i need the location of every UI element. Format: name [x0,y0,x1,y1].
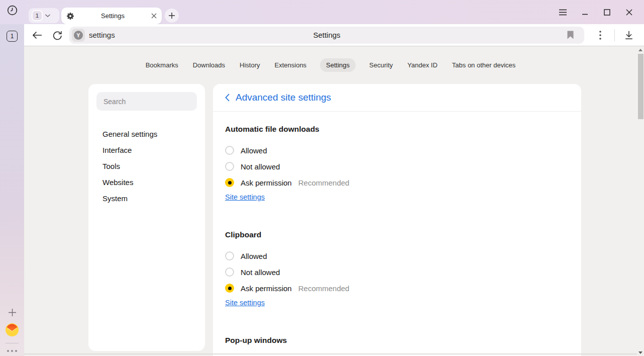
chevron-down-icon [45,14,51,18]
settings-top-nav: Bookmarks Downloads History Extensions S… [24,58,637,72]
radio-icon[interactable] [225,284,234,293]
site-settings-link[interactable]: Site settings [225,299,265,307]
browser-menu-button[interactable] [552,2,574,22]
minimize-icon [582,9,588,16]
search-input[interactable] [96,98,197,106]
nav-item-extensions[interactable]: Extensions [274,58,308,72]
radio-icon[interactable] [225,162,234,171]
tab-strip: 1 Settings [0,0,644,24]
menu-icon [559,9,567,16]
radio-option[interactable]: Allowed [225,248,569,264]
ellipsis-icon[interactable] [7,350,17,352]
radio-option[interactable]: Not allowed [225,264,569,280]
recommended-badge: Recommended [298,284,350,293]
bookmark-icon [567,30,574,40]
omnibox-page-title: Settings [69,31,584,39]
left-sidebar: 1 [0,24,24,356]
window-controls [552,0,640,24]
reload-icon [53,30,62,40]
section-title: Automatic file downloads [225,125,569,134]
category-system[interactable]: System [102,190,205,206]
radio-icon[interactable] [225,146,234,155]
maximize-icon [604,9,610,16]
maximize-button[interactable] [596,2,618,22]
plus-icon [168,12,175,19]
nav-item-bookmarks[interactable]: Bookmarks [145,58,179,72]
scrollbar-thumb[interactable] [638,54,643,119]
category-tools[interactable]: Tools [102,158,205,174]
advanced-site-settings-card: Advanced site settings Automatic file do… [213,84,581,356]
radio-icon[interactable] [225,178,234,187]
extensions-menu-button[interactable] [590,26,610,44]
nav-item-history[interactable]: History [239,58,261,72]
settings-sidebar-panel: General settings Interface Tools Website… [88,84,205,351]
new-tab-button[interactable] [165,9,179,23]
radio-option[interactable]: Ask permission Recommended [225,280,569,296]
rail-tab-counter[interactable]: 1 [7,31,18,42]
window-bottom-edge [24,353,637,354]
chevron-left-icon [225,94,230,102]
radio-option[interactable]: Not allowed [225,158,569,174]
clock-icon [7,5,18,16]
radio-icon[interactable] [225,251,234,260]
radio-option[interactable]: Ask permission Recommended [225,174,569,191]
gear-icon [66,12,74,20]
tab-close-icon[interactable] [151,13,157,19]
radio-icon[interactable] [225,268,234,277]
reload-button[interactable] [47,26,67,44]
back-icon [32,31,42,39]
advanced-settings-header[interactable]: Advanced site settings [213,84,581,112]
kebab-icon [599,31,601,40]
recommended-badge: Recommended [298,179,350,187]
downloads-button[interactable] [619,26,639,44]
nav-item-security[interactable]: Security [368,58,394,72]
section-popup-windows: Pop-up windows Allowed Not allowed Recom… [225,336,569,356]
section-title: Pop-up windows [225,336,569,345]
section-title: Clipboard [225,230,569,239]
site-settings-link[interactable]: Site settings [225,193,265,201]
scroll-down-arrow-icon[interactable] [638,351,642,354]
tab-group-count: 1 [32,10,43,21]
history-button[interactable] [7,5,18,16]
tab-title: Settings [74,12,151,20]
close-window-button[interactable] [618,2,640,22]
nav-item-settings[interactable]: Settings [320,58,356,72]
back-button[interactable] [27,26,47,44]
nav-item-other-devices[interactable]: Tabs on other devices [451,58,516,72]
page-scrollbar[interactable] [637,46,644,356]
page-title[interactable]: Advanced site settings [236,92,331,103]
tab-group-selector[interactable]: 1 [29,8,59,23]
browser-window: 1 Settings [0,0,644,356]
browser-tab-settings[interactable]: Settings [61,8,162,24]
yandex-favicon: Y [74,31,83,40]
toolbar-divider [614,29,615,41]
category-general-settings[interactable]: General settings [102,126,205,142]
plus-rail-icon[interactable] [8,308,17,317]
nav-item-yandex-id[interactable]: Yandex ID [406,58,439,72]
yandex-mail-icon[interactable] [6,323,19,336]
address-bar: Y settings Settings [24,24,644,46]
bookmark-button[interactable] [564,29,576,41]
address-bar-actions [584,26,644,44]
rail-divider [6,343,19,343]
site-favicon-chip[interactable]: Y [72,29,85,42]
search-box[interactable] [96,92,197,111]
category-websites[interactable]: Websites [102,174,205,190]
settings-category-list: General settings Interface Tools Website… [88,119,205,206]
omnibox[interactable]: Y settings Settings [69,27,584,44]
page-content: Bookmarks Downloads History Extensions S… [24,46,644,356]
download-icon [624,30,634,40]
scroll-up-arrow-icon[interactable] [638,49,642,51]
omnibox-url[interactable]: settings [89,31,115,39]
nav-item-downloads[interactable]: Downloads [192,58,226,72]
section-automatic-file-downloads: Automatic file downloads Allowed Not all… [225,125,569,202]
category-interface[interactable]: Interface [102,142,205,158]
minimize-button[interactable] [574,2,596,22]
window-close-icon [626,9,632,16]
radio-option[interactable]: Allowed [225,142,569,158]
section-clipboard: Clipboard Allowed Not allowed Ask permis… [225,230,569,307]
